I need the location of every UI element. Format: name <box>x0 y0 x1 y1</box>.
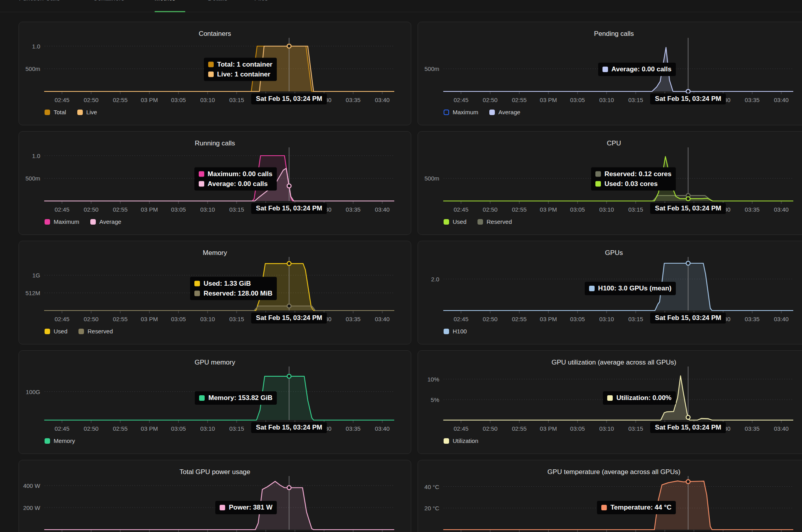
legend-swatch-icon <box>45 329 50 334</box>
series-swatch-icon <box>199 171 204 177</box>
tab-function-calls[interactable]: Function Calls <box>19 0 60 2</box>
legend-item-maximum[interactable]: Maximum <box>45 218 79 225</box>
chart-legend: Utilization <box>444 437 478 444</box>
legend-label: Average <box>498 109 520 115</box>
chart-legend: MaximumAverage <box>45 218 121 225</box>
series-tooltip-text: Reserved: 0.12 cores <box>604 170 671 178</box>
tab-details[interactable]: Details <box>208 0 228 2</box>
legend-item-used[interactable]: Used <box>45 328 67 335</box>
legend-item-average[interactable]: Average <box>489 109 520 115</box>
series-tooltip-row: Total: 1 container <box>208 61 272 69</box>
series-swatch-icon <box>208 72 214 77</box>
legend-swatch-icon <box>78 329 84 334</box>
legend-swatch-icon <box>77 110 83 115</box>
chart-canvas[interactable] <box>19 460 412 532</box>
chart-panel-running-calls: Running calls 1.0500m02:4502:5002:5503 P… <box>19 131 411 235</box>
date-tooltip: Sat Feb 15, 03:24 PM <box>650 422 726 433</box>
legend-label: Live <box>86 109 97 115</box>
date-tooltip: Sat Feb 15, 03:24 PM <box>650 203 726 214</box>
series-tooltip-row: Average: 0.00 calls <box>199 180 272 188</box>
series-tooltip-row: Reserved: 128.00 MiB <box>194 290 272 298</box>
legend-swatch-icon <box>444 329 449 334</box>
legend-swatch-icon <box>489 110 495 115</box>
chart-panel-gpu-power: Total GPU power usage 400 W200 W02:4502:… <box>19 460 411 532</box>
date-tooltip: Sat Feb 15, 03:24 PM <box>650 313 726 324</box>
series-swatch-icon <box>602 67 608 72</box>
date-tooltip: Sat Feb 15, 03:24 PM <box>251 203 327 214</box>
series-tooltip-text: Average: 0.00 calls <box>612 65 671 73</box>
series-swatch-icon <box>199 395 205 401</box>
series-tooltip: Memory: 153.82 GiB <box>195 391 277 405</box>
legend-item-reserved[interactable]: Reserved <box>78 328 113 335</box>
legend-swatch-icon <box>45 438 50 444</box>
date-tooltip: Sat Feb 15, 03:24 PM <box>251 93 327 104</box>
chart-legend: UsedReserved <box>45 328 113 335</box>
series-swatch-icon <box>589 286 595 291</box>
legend-item-utilization[interactable]: Utilization <box>444 437 478 444</box>
legend-label: Used <box>453 218 466 225</box>
legend-item-average[interactable]: Average <box>90 218 121 225</box>
legend-label: Used <box>54 328 67 335</box>
legend-label: Utilization <box>453 437 478 444</box>
chart-legend: Memory <box>45 437 75 444</box>
series-swatch-icon <box>607 395 613 401</box>
chart-panel-containers: Containers 1.0500m02:4502:5002:5503 PM03… <box>19 22 411 125</box>
series-tooltip-row: Used: 0.03 cores <box>595 180 671 188</box>
chart-legend: UsedReserved <box>444 218 512 225</box>
series-tooltip-text: Reserved: 128.00 MiB <box>203 290 272 298</box>
date-tooltip: Sat Feb 15, 03:24 PM <box>251 422 327 433</box>
legend-item-maximum[interactable]: Maximum <box>444 109 478 115</box>
series-swatch-icon <box>595 181 601 187</box>
legend-item-memory[interactable]: Memory <box>45 437 75 444</box>
legend-label: Reserved <box>88 328 113 335</box>
legend-item-live[interactable]: Live <box>77 109 97 115</box>
series-tooltip-text: Temperature: 44 °C <box>610 504 671 512</box>
series-tooltip-text: Total: 1 container <box>217 61 272 69</box>
series-tooltip-row: Average: 0.00 calls <box>602 65 671 73</box>
legend-label: H100 <box>453 328 467 335</box>
series-tooltip: H100: 3.0 GPUs (mean) <box>585 282 676 295</box>
legend-item-h100[interactable]: H100 <box>444 328 467 335</box>
series-swatch-icon <box>194 291 200 296</box>
legend-item-reserved[interactable]: Reserved <box>477 218 512 225</box>
tab-bar: Function Calls Containers Metrics Detail… <box>0 0 802 12</box>
tab-containers[interactable]: Containers <box>93 0 124 2</box>
date-tooltip: Sat Feb 15, 03:24 PM <box>650 93 726 104</box>
series-tooltip-text: Live: 1 container <box>217 71 270 78</box>
legend-label: Maximum <box>54 218 79 225</box>
legend-swatch-icon <box>45 219 50 225</box>
series-swatch-icon <box>595 171 601 177</box>
date-tooltip: Sat Feb 15, 03:24 PM <box>251 313 327 324</box>
series-swatch-icon <box>601 505 607 510</box>
series-tooltip-row: Temperature: 44 °C <box>601 504 671 512</box>
series-tooltip-text: Used: 0.03 cores <box>604 180 658 188</box>
series-tooltip-row: H100: 3.0 GPUs (mean) <box>589 285 671 292</box>
legend-swatch-icon <box>444 110 449 115</box>
active-tab-underline <box>155 11 185 12</box>
series-tooltip-row: Reserved: 0.12 cores <box>595 170 671 178</box>
series-tooltip-row: Maximum: 0.00 calls <box>199 170 272 178</box>
chart-panel-pending-calls: Pending calls 500m02:4502:5002:5503 PM03… <box>418 22 802 125</box>
series-tooltip-text: Utilization: 0.00% <box>616 394 671 402</box>
legend-label: Memory <box>54 437 75 444</box>
series-tooltip-row: Used: 1.33 GiB <box>194 280 272 288</box>
legend-item-total[interactable]: Total <box>45 109 66 115</box>
series-tooltip-text: Power: 381 W <box>229 504 272 512</box>
legend-label: Maximum <box>453 109 478 115</box>
legend-swatch-icon <box>477 219 483 225</box>
series-tooltip: Maximum: 0.00 callsAverage: 0.00 calls <box>194 167 277 191</box>
legend-label: Average <box>99 218 121 225</box>
series-tooltip: Utilization: 0.00% <box>603 391 676 405</box>
tab-metrics[interactable]: Metrics <box>155 0 175 2</box>
chart-panel-cpu: CPU 500m02:4502:5002:5503 PM03:0503:1003… <box>418 131 802 235</box>
chart-canvas[interactable] <box>418 460 802 532</box>
series-tooltip-row: Power: 381 W <box>220 504 272 512</box>
legend-swatch-icon <box>444 438 449 444</box>
series-tooltip-row: Live: 1 container <box>208 71 272 78</box>
series-swatch-icon <box>208 62 214 67</box>
legend-item-used[interactable]: Used <box>444 218 466 225</box>
tab-files[interactable]: Files <box>254 0 268 2</box>
series-tooltip-text: Maximum: 0.00 calls <box>208 170 272 178</box>
chart-panel-gpu-temperature: GPU temperature (average across all GPUs… <box>418 460 802 532</box>
series-tooltip: Reserved: 0.12 coresUsed: 0.03 cores <box>591 167 676 191</box>
